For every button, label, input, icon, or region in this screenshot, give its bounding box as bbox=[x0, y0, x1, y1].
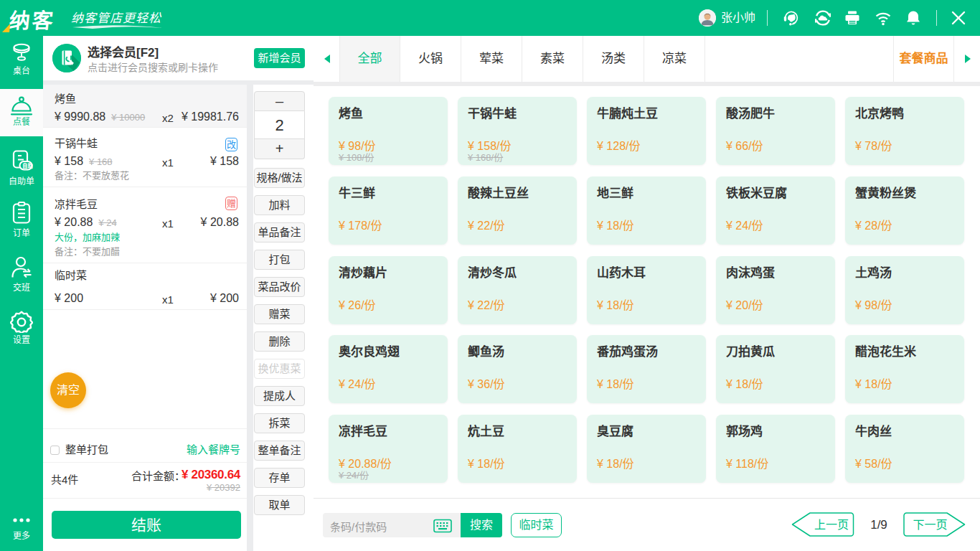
svg-text:下一页: 下一页 bbox=[913, 519, 948, 531]
svg-text:自助: 自助 bbox=[22, 162, 33, 169]
svg-text:上一页: 上一页 bbox=[814, 519, 849, 531]
